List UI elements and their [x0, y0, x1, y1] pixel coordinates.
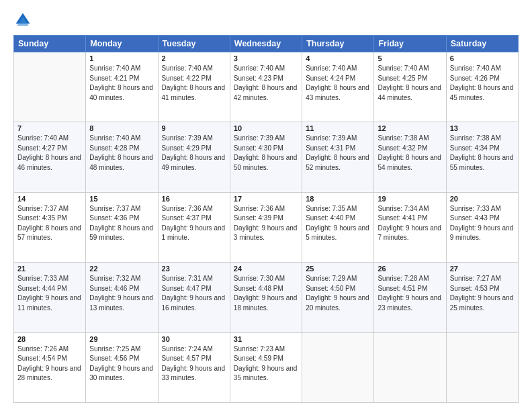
- day-info: Sunrise: 7:34 AMSunset: 4:41 PMDaylight:…: [378, 204, 442, 243]
- calendar-cell: [302, 332, 374, 402]
- logo: [13, 11, 35, 30]
- day-number: 11: [306, 124, 370, 132]
- calendar-cell: 1Sunrise: 7:40 AMSunset: 4:21 PMDaylight…: [86, 52, 158, 122]
- day-info: Sunrise: 7:40 AMSunset: 4:24 PMDaylight:…: [306, 64, 370, 103]
- day-info: Sunrise: 7:29 AMSunset: 4:50 PMDaylight:…: [306, 274, 370, 313]
- day-info: Sunrise: 7:28 AMSunset: 4:51 PMDaylight:…: [378, 274, 442, 313]
- day-info: Sunrise: 7:37 AMSunset: 4:36 PMDaylight:…: [89, 204, 154, 243]
- day-info: Sunrise: 7:39 AMSunset: 4:31 PMDaylight:…: [306, 134, 370, 173]
- weekday-header-wednesday: Wednesday: [230, 36, 302, 52]
- day-info: Sunrise: 7:26 AMSunset: 4:54 PMDaylight:…: [17, 345, 82, 383]
- day-info: Sunrise: 7:40 AMSunset: 4:25 PMDaylight:…: [378, 64, 442, 103]
- calendar-cell: 5Sunrise: 7:40 AMSunset: 4:25 PMDaylight…: [374, 52, 446, 122]
- calendar-cell: 30Sunrise: 7:24 AMSunset: 4:57 PMDayligh…: [158, 332, 230, 402]
- day-number: 14: [17, 195, 82, 203]
- day-number: 6: [450, 54, 515, 62]
- calendar-cell: 18Sunrise: 7:35 AMSunset: 4:40 PMDayligh…: [302, 192, 374, 262]
- day-number: 3: [234, 54, 298, 62]
- day-info: Sunrise: 7:38 AMSunset: 4:32 PMDaylight:…: [378, 134, 442, 173]
- day-number: 12: [378, 124, 442, 132]
- page: SundayMondayTuesdayWednesdayThursdayFrid…: [0, 0, 532, 411]
- weekday-header-thursday: Thursday: [302, 36, 374, 52]
- day-number: 25: [306, 265, 370, 273]
- day-number: 18: [306, 195, 370, 203]
- day-info: Sunrise: 7:27 AMSunset: 4:53 PMDaylight:…: [450, 274, 515, 313]
- weekday-header-sunday: Sunday: [14, 36, 86, 52]
- day-info: Sunrise: 7:40 AMSunset: 4:22 PMDaylight:…: [162, 64, 226, 103]
- day-info: Sunrise: 7:40 AMSunset: 4:26 PMDaylight:…: [450, 64, 515, 103]
- day-info: Sunrise: 7:39 AMSunset: 4:30 PMDaylight:…: [234, 134, 298, 173]
- day-info: Sunrise: 7:37 AMSunset: 4:35 PMDaylight:…: [17, 204, 82, 243]
- day-number: 27: [450, 265, 515, 273]
- day-info: Sunrise: 7:25 AMSunset: 4:56 PMDaylight:…: [89, 345, 154, 383]
- week-row-2: 7Sunrise: 7:40 AMSunset: 4:27 PMDaylight…: [14, 122, 519, 192]
- day-info: Sunrise: 7:39 AMSunset: 4:29 PMDaylight:…: [162, 134, 226, 173]
- day-number: 31: [234, 335, 298, 343]
- day-number: 26: [378, 265, 442, 273]
- day-info: Sunrise: 7:23 AMSunset: 4:59 PMDaylight:…: [234, 345, 298, 383]
- calendar-cell: [446, 332, 518, 402]
- day-number: 17: [234, 195, 298, 203]
- weekday-header-friday: Friday: [374, 36, 446, 52]
- day-number: 2: [162, 54, 226, 62]
- day-number: 1: [89, 54, 154, 62]
- day-number: 28: [17, 335, 82, 343]
- day-info: Sunrise: 7:40 AMSunset: 4:21 PMDaylight:…: [89, 64, 154, 103]
- week-row-4: 21Sunrise: 7:33 AMSunset: 4:44 PMDayligh…: [14, 263, 519, 332]
- day-number: 30: [162, 335, 226, 343]
- calendar-cell: 10Sunrise: 7:39 AMSunset: 4:30 PMDayligh…: [230, 122, 302, 192]
- day-info: Sunrise: 7:31 AMSunset: 4:47 PMDaylight:…: [162, 274, 226, 313]
- day-info: Sunrise: 7:40 AMSunset: 4:27 PMDaylight:…: [17, 134, 82, 173]
- calendar-cell: 20Sunrise: 7:33 AMSunset: 4:43 PMDayligh…: [446, 192, 518, 262]
- day-number: 5: [378, 54, 442, 62]
- day-info: Sunrise: 7:33 AMSunset: 4:43 PMDaylight:…: [450, 204, 515, 243]
- calendar-cell: 31Sunrise: 7:23 AMSunset: 4:59 PMDayligh…: [230, 332, 302, 402]
- day-number: 23: [162, 265, 226, 273]
- calendar-cell: 21Sunrise: 7:33 AMSunset: 4:44 PMDayligh…: [14, 263, 86, 332]
- day-number: 8: [89, 124, 154, 132]
- day-info: Sunrise: 7:36 AMSunset: 4:37 PMDaylight:…: [162, 204, 226, 243]
- week-row-3: 14Sunrise: 7:37 AMSunset: 4:35 PMDayligh…: [14, 192, 519, 262]
- calendar-cell: 28Sunrise: 7:26 AMSunset: 4:54 PMDayligh…: [14, 332, 86, 402]
- day-number: 21: [17, 265, 82, 273]
- day-info: Sunrise: 7:33 AMSunset: 4:44 PMDaylight:…: [17, 274, 82, 313]
- calendar-cell: 16Sunrise: 7:36 AMSunset: 4:37 PMDayligh…: [158, 192, 230, 262]
- calendar-cell: 8Sunrise: 7:40 AMSunset: 4:28 PMDaylight…: [86, 122, 158, 192]
- day-number: 4: [306, 54, 370, 62]
- day-number: 7: [17, 124, 82, 132]
- calendar-cell: 7Sunrise: 7:40 AMSunset: 4:27 PMDaylight…: [14, 122, 86, 192]
- weekday-header-saturday: Saturday: [446, 36, 518, 52]
- day-number: 15: [89, 195, 154, 203]
- logo-icon: [13, 11, 32, 30]
- calendar-cell: 14Sunrise: 7:37 AMSunset: 4:35 PMDayligh…: [14, 192, 86, 262]
- weekday-header-tuesday: Tuesday: [158, 36, 230, 52]
- calendar-cell: 19Sunrise: 7:34 AMSunset: 4:41 PMDayligh…: [374, 192, 446, 262]
- calendar-cell: 2Sunrise: 7:40 AMSunset: 4:22 PMDaylight…: [158, 52, 230, 122]
- calendar-cell: 29Sunrise: 7:25 AMSunset: 4:56 PMDayligh…: [86, 332, 158, 402]
- calendar-cell: 22Sunrise: 7:32 AMSunset: 4:46 PMDayligh…: [86, 263, 158, 332]
- calendar-cell: 11Sunrise: 7:39 AMSunset: 4:31 PMDayligh…: [302, 122, 374, 192]
- day-number: 19: [378, 195, 442, 203]
- day-info: Sunrise: 7:35 AMSunset: 4:40 PMDaylight:…: [306, 204, 370, 243]
- day-info: Sunrise: 7:32 AMSunset: 4:46 PMDaylight:…: [89, 274, 154, 313]
- day-info: Sunrise: 7:38 AMSunset: 4:34 PMDaylight:…: [450, 134, 515, 173]
- calendar-cell: 27Sunrise: 7:27 AMSunset: 4:53 PMDayligh…: [446, 263, 518, 332]
- day-number: 9: [162, 124, 226, 132]
- day-number: 24: [234, 265, 298, 273]
- day-number: 22: [89, 265, 154, 273]
- day-info: Sunrise: 7:30 AMSunset: 4:48 PMDaylight:…: [234, 274, 298, 313]
- calendar-cell: 3Sunrise: 7:40 AMSunset: 4:23 PMDaylight…: [230, 52, 302, 122]
- weekday-header-monday: Monday: [86, 36, 158, 52]
- calendar-cell: [374, 332, 446, 402]
- day-info: Sunrise: 7:24 AMSunset: 4:57 PMDaylight:…: [162, 345, 226, 383]
- calendar-cell: 23Sunrise: 7:31 AMSunset: 4:47 PMDayligh…: [158, 263, 230, 332]
- calendar-cell: 26Sunrise: 7:28 AMSunset: 4:51 PMDayligh…: [374, 263, 446, 332]
- calendar-cell: 25Sunrise: 7:29 AMSunset: 4:50 PMDayligh…: [302, 263, 374, 332]
- weekday-header-row: SundayMondayTuesdayWednesdayThursdayFrid…: [14, 36, 519, 52]
- day-number: 13: [450, 124, 515, 132]
- calendar-cell: 9Sunrise: 7:39 AMSunset: 4:29 PMDaylight…: [158, 122, 230, 192]
- calendar-cell: 6Sunrise: 7:40 AMSunset: 4:26 PMDaylight…: [446, 52, 518, 122]
- day-number: 20: [450, 195, 515, 203]
- day-info: Sunrise: 7:40 AMSunset: 4:28 PMDaylight:…: [89, 134, 154, 173]
- week-row-1: 1Sunrise: 7:40 AMSunset: 4:21 PMDaylight…: [14, 52, 519, 122]
